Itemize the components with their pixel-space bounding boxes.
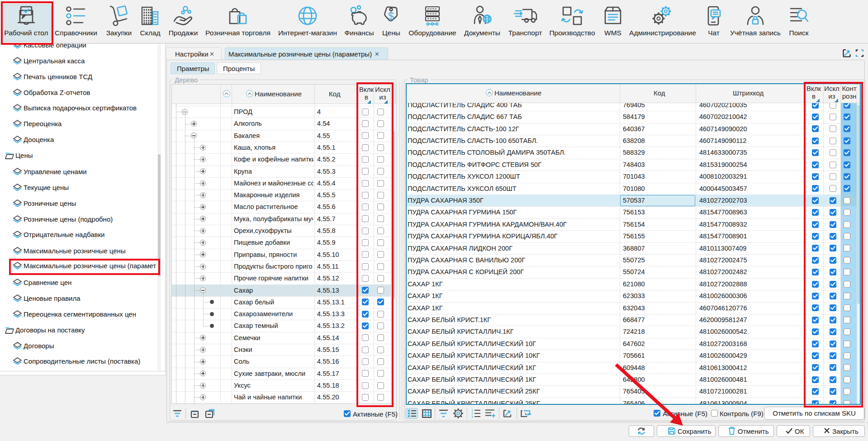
svg-text:3: 3: [471, 415, 473, 418]
svg-text:2: 2: [471, 412, 473, 415]
svg-text:1: 1: [471, 409, 473, 412]
